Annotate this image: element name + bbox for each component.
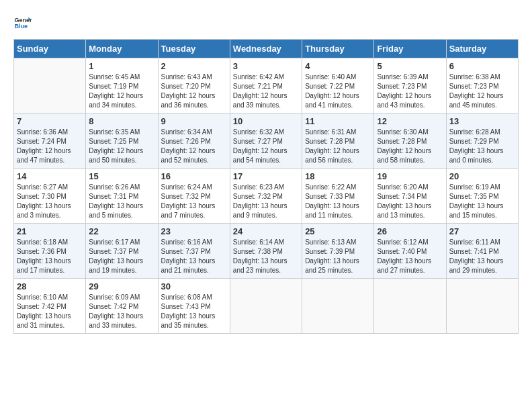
calendar-cell: 17Sunrise: 6:23 AM Sunset: 7:32 PM Dayli… xyxy=(230,169,302,224)
weekday-header: Friday xyxy=(374,40,446,58)
calendar-cell: 21Sunrise: 6:18 AM Sunset: 7:36 PM Dayli… xyxy=(14,224,86,279)
day-number: 16 xyxy=(161,171,227,181)
calendar-cell: 7Sunrise: 6:36 AM Sunset: 7:24 PM Daylig… xyxy=(14,113,86,169)
day-info: Sunrise: 6:38 AM Sunset: 7:23 PM Dayligh… xyxy=(449,73,515,110)
calendar-week-row: 1Sunrise: 6:45 AM Sunset: 7:19 PM Daylig… xyxy=(14,58,519,113)
calendar-cell xyxy=(230,279,302,334)
day-number: 20 xyxy=(449,171,515,181)
day-number: 12 xyxy=(377,116,443,126)
page-header: General Blue xyxy=(13,13,519,32)
calendar-cell: 1Sunrise: 6:45 AM Sunset: 7:19 PM Daylig… xyxy=(86,58,158,113)
day-number: 29 xyxy=(89,281,154,291)
calendar-cell: 14Sunrise: 6:27 AM Sunset: 7:30 PM Dayli… xyxy=(14,169,86,224)
calendar-cell: 30Sunrise: 6:08 AM Sunset: 7:43 PM Dayli… xyxy=(158,279,230,334)
day-number: 15 xyxy=(89,171,154,181)
svg-text:Blue: Blue xyxy=(14,23,28,30)
calendar-cell: 12Sunrise: 6:30 AM Sunset: 7:28 PM Dayli… xyxy=(374,113,446,169)
calendar-cell: 26Sunrise: 6:12 AM Sunset: 7:40 PM Dayli… xyxy=(374,224,446,279)
day-number: 4 xyxy=(305,61,371,71)
day-info: Sunrise: 6:43 AM Sunset: 7:20 PM Dayligh… xyxy=(161,73,227,110)
day-info: Sunrise: 6:13 AM Sunset: 7:39 PM Dayligh… xyxy=(305,238,371,275)
calendar-cell: 5Sunrise: 6:39 AM Sunset: 7:23 PM Daylig… xyxy=(374,58,446,113)
day-number: 25 xyxy=(305,226,371,236)
day-info: Sunrise: 6:39 AM Sunset: 7:23 PM Dayligh… xyxy=(377,73,443,110)
day-number: 28 xyxy=(17,281,83,291)
day-number: 19 xyxy=(377,171,443,181)
day-info: Sunrise: 6:40 AM Sunset: 7:22 PM Dayligh… xyxy=(305,73,371,110)
day-info: Sunrise: 6:45 AM Sunset: 7:19 PM Dayligh… xyxy=(89,73,154,110)
day-info: Sunrise: 6:35 AM Sunset: 7:25 PM Dayligh… xyxy=(89,128,154,165)
calendar-cell: 20Sunrise: 6:19 AM Sunset: 7:35 PM Dayli… xyxy=(446,169,518,224)
calendar-cell: 6Sunrise: 6:38 AM Sunset: 7:23 PM Daylig… xyxy=(446,58,518,113)
weekday-header: Thursday xyxy=(302,40,374,58)
day-number: 13 xyxy=(449,116,515,126)
day-number: 27 xyxy=(449,226,515,236)
day-number: 26 xyxy=(377,226,443,236)
calendar-cell: 13Sunrise: 6:28 AM Sunset: 7:29 PM Dayli… xyxy=(446,113,518,169)
day-info: Sunrise: 6:34 AM Sunset: 7:26 PM Dayligh… xyxy=(161,128,227,165)
day-number: 10 xyxy=(233,116,299,126)
weekday-header: Sunday xyxy=(14,40,86,58)
day-info: Sunrise: 6:23 AM Sunset: 7:32 PM Dayligh… xyxy=(233,183,299,220)
day-info: Sunrise: 6:27 AM Sunset: 7:30 PM Dayligh… xyxy=(17,183,83,220)
day-number: 18 xyxy=(305,171,371,181)
calendar-week-row: 21Sunrise: 6:18 AM Sunset: 7:36 PM Dayli… xyxy=(14,224,519,279)
day-info: Sunrise: 6:16 AM Sunset: 7:37 PM Dayligh… xyxy=(161,238,227,275)
calendar-cell: 11Sunrise: 6:31 AM Sunset: 7:28 PM Dayli… xyxy=(302,113,374,169)
day-info: Sunrise: 6:11 AM Sunset: 7:41 PM Dayligh… xyxy=(449,238,515,275)
day-number: 2 xyxy=(161,61,227,71)
calendar-cell xyxy=(374,279,446,334)
day-info: Sunrise: 6:19 AM Sunset: 7:35 PM Dayligh… xyxy=(449,183,515,220)
weekday-header: Monday xyxy=(86,40,158,58)
day-info: Sunrise: 6:24 AM Sunset: 7:32 PM Dayligh… xyxy=(161,183,227,220)
day-info: Sunrise: 6:30 AM Sunset: 7:28 PM Dayligh… xyxy=(377,128,443,165)
calendar-cell: 9Sunrise: 6:34 AM Sunset: 7:26 PM Daylig… xyxy=(158,113,230,169)
day-info: Sunrise: 6:08 AM Sunset: 7:43 PM Dayligh… xyxy=(161,293,227,330)
day-info: Sunrise: 6:12 AM Sunset: 7:40 PM Dayligh… xyxy=(377,238,443,275)
calendar-week-row: 7Sunrise: 6:36 AM Sunset: 7:24 PM Daylig… xyxy=(14,113,519,169)
weekday-header: Wednesday xyxy=(230,40,302,58)
day-info: Sunrise: 6:10 AM Sunset: 7:42 PM Dayligh… xyxy=(17,293,83,330)
day-number: 3 xyxy=(233,61,299,71)
day-number: 17 xyxy=(233,171,299,181)
logo: General Blue xyxy=(13,13,32,32)
calendar-cell: 27Sunrise: 6:11 AM Sunset: 7:41 PM Dayli… xyxy=(446,224,518,279)
calendar-cell: 25Sunrise: 6:13 AM Sunset: 7:39 PM Dayli… xyxy=(302,224,374,279)
day-info: Sunrise: 6:32 AM Sunset: 7:27 PM Dayligh… xyxy=(233,128,299,165)
day-number: 14 xyxy=(17,171,83,181)
day-number: 6 xyxy=(449,61,515,71)
day-info: Sunrise: 6:36 AM Sunset: 7:24 PM Dayligh… xyxy=(17,128,83,165)
day-number: 22 xyxy=(89,226,154,236)
calendar-cell: 2Sunrise: 6:43 AM Sunset: 7:20 PM Daylig… xyxy=(158,58,230,113)
calendar-cell xyxy=(446,279,518,334)
weekday-header: Saturday xyxy=(446,40,518,58)
day-info: Sunrise: 6:18 AM Sunset: 7:36 PM Dayligh… xyxy=(17,238,83,275)
day-number: 8 xyxy=(89,116,154,126)
calendar-cell: 24Sunrise: 6:14 AM Sunset: 7:38 PM Dayli… xyxy=(230,224,302,279)
calendar-cell: 28Sunrise: 6:10 AM Sunset: 7:42 PM Dayli… xyxy=(14,279,86,334)
calendar-cell: 18Sunrise: 6:22 AM Sunset: 7:33 PM Dayli… xyxy=(302,169,374,224)
calendar-cell: 3Sunrise: 6:42 AM Sunset: 7:21 PM Daylig… xyxy=(230,58,302,113)
day-number: 5 xyxy=(377,61,443,71)
day-info: Sunrise: 6:20 AM Sunset: 7:34 PM Dayligh… xyxy=(377,183,443,220)
weekday-header: Tuesday xyxy=(158,40,230,58)
day-number: 11 xyxy=(305,116,371,126)
calendar-cell: 23Sunrise: 6:16 AM Sunset: 7:37 PM Dayli… xyxy=(158,224,230,279)
calendar-cell xyxy=(14,58,86,113)
calendar-week-row: 28Sunrise: 6:10 AM Sunset: 7:42 PM Dayli… xyxy=(14,279,519,334)
day-info: Sunrise: 6:22 AM Sunset: 7:33 PM Dayligh… xyxy=(305,183,371,220)
day-number: 7 xyxy=(17,116,83,126)
calendar-cell: 16Sunrise: 6:24 AM Sunset: 7:32 PM Dayli… xyxy=(158,169,230,224)
calendar-cell: 19Sunrise: 6:20 AM Sunset: 7:34 PM Dayli… xyxy=(374,169,446,224)
calendar-cell: 10Sunrise: 6:32 AM Sunset: 7:27 PM Dayli… xyxy=(230,113,302,169)
calendar-cell: 29Sunrise: 6:09 AM Sunset: 7:42 PM Dayli… xyxy=(86,279,158,334)
day-info: Sunrise: 6:14 AM Sunset: 7:38 PM Dayligh… xyxy=(233,238,299,275)
calendar-cell: 4Sunrise: 6:40 AM Sunset: 7:22 PM Daylig… xyxy=(302,58,374,113)
logo-icon: General Blue xyxy=(13,13,32,32)
day-info: Sunrise: 6:28 AM Sunset: 7:29 PM Dayligh… xyxy=(449,128,515,165)
day-number: 30 xyxy=(161,281,227,291)
day-info: Sunrise: 6:09 AM Sunset: 7:42 PM Dayligh… xyxy=(89,293,154,330)
day-number: 1 xyxy=(89,61,154,71)
calendar-header-row: SundayMondayTuesdayWednesdayThursdayFrid… xyxy=(14,40,519,58)
calendar-cell: 15Sunrise: 6:26 AM Sunset: 7:31 PM Dayli… xyxy=(86,169,158,224)
